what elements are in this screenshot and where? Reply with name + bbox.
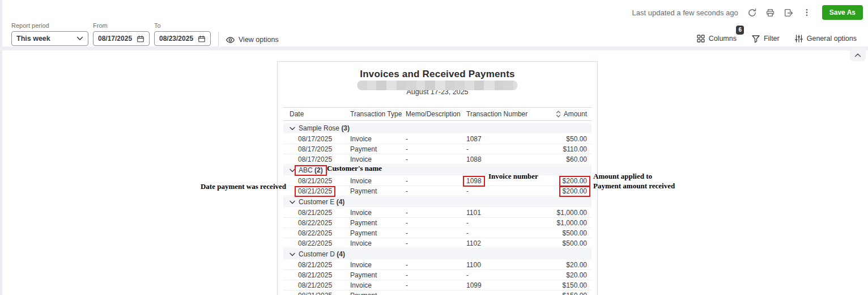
cell-transaction-number: - <box>466 219 554 227</box>
cell-transaction-type: Invoice <box>350 261 406 269</box>
transaction-row[interactable]: 08/21/2025Invoice-1100$20.00 <box>283 260 592 270</box>
cell-transaction-type: Payment <box>350 292 406 295</box>
view-options-label: View options <box>239 36 279 44</box>
group-header-row[interactable]: Sample Rose (3) <box>283 123 592 133</box>
column-header-memo[interactable]: Memo/Description <box>406 110 466 118</box>
report-period-field: Report period This week <box>11 22 88 46</box>
cell-amount: $200.00 <box>554 177 587 185</box>
to-label: To <box>154 22 211 29</box>
annotation-payment-amount: Payment amount received <box>593 182 675 191</box>
columns-count-badge: 6 <box>736 26 744 35</box>
cell-transaction-type: Invoice <box>350 239 406 247</box>
group-header-row[interactable]: Customer D (4) <box>283 249 592 259</box>
transaction-row[interactable]: 08/21/2025Payment--$200.00 <box>283 186 592 196</box>
cell-transaction-number: - <box>466 271 554 279</box>
from-date-box[interactable] <box>93 31 150 46</box>
report-table: Date Transaction Type Memo/Description T… <box>283 107 592 295</box>
cell-memo: - <box>406 145 466 153</box>
cell-transaction-number: - <box>466 292 554 295</box>
chevron-down-icon[interactable] <box>290 200 295 204</box>
export-icon <box>784 8 793 18</box>
columns-grid-icon <box>696 34 705 43</box>
scroll-to-top-button[interactable] <box>850 49 866 61</box>
report-period-select[interactable]: This week <box>11 31 88 46</box>
cell-memo: - <box>406 292 466 295</box>
cell-transaction-type: Invoice <box>350 155 406 163</box>
cell-transaction-type: Payment <box>350 145 406 153</box>
chevron-down-icon[interactable] <box>290 252 295 256</box>
filter-label: Filter <box>764 35 780 43</box>
transaction-row[interactable]: 08/21/2025Invoice-1099$150.00 <box>283 280 592 290</box>
cell-transaction-number: - <box>466 187 554 195</box>
cell-transaction-number: 1087 <box>466 135 554 143</box>
transaction-row[interactable]: 08/22/2025Payment--$1,000.00 <box>283 218 592 228</box>
to-date-input[interactable] <box>159 35 198 43</box>
export-button[interactable] <box>781 5 796 20</box>
chevron-down-icon[interactable] <box>290 127 295 130</box>
sort-icon[interactable] <box>556 110 561 118</box>
column-header-amount[interactable]: Amount <box>554 110 587 118</box>
cell-transaction-type: Payment <box>350 219 406 227</box>
cell-date: 08/21/2025 <box>290 187 350 195</box>
group-name: Customer D (4) <box>299 250 345 258</box>
transaction-row[interactable]: 08/21/2025Payment--$20.00 <box>283 270 592 280</box>
kebab-menu-icon <box>802 8 811 17</box>
cell-date: 08/17/2025 <box>290 135 350 143</box>
refresh-button[interactable] <box>745 5 760 20</box>
report-period-label: Report period <box>11 22 88 29</box>
transaction-row[interactable]: 08/21/2025Invoice-1098$200.00 <box>283 176 592 186</box>
calendar-icon[interactable] <box>137 35 144 43</box>
save-as-button[interactable]: Save As <box>822 5 863 20</box>
cell-memo: - <box>406 187 466 195</box>
toolbar-right: Columns 6 Filter General options <box>696 31 857 46</box>
column-header-type[interactable]: Transaction Type <box>350 110 406 118</box>
cell-amount: $150.00 <box>554 281 587 289</box>
group-header-row[interactable]: Customer E (4) <box>283 197 592 207</box>
cell-memo: - <box>406 281 466 289</box>
report-card: Invoices and Received Payments August 17… <box>277 61 598 295</box>
cell-amount: $60.00 <box>554 155 587 163</box>
cell-memo: - <box>406 219 466 227</box>
topbar: Last updated a few seconds ago Save As <box>0 0 868 25</box>
more-options-button[interactable] <box>799 5 814 20</box>
view-options-button[interactable]: View options <box>225 32 279 47</box>
from-date-input[interactable] <box>98 35 137 43</box>
transaction-row[interactable]: 08/21/2025Payment--$150.00 <box>283 290 592 295</box>
cell-transaction-number: 1099 <box>466 281 554 289</box>
cell-amount: $150.00 <box>554 292 587 295</box>
columns-label: Columns <box>709 35 737 43</box>
cell-transaction-type: Invoice <box>350 177 406 185</box>
sliders-icon <box>794 34 803 43</box>
group-name: Customer E (4) <box>299 198 344 206</box>
calendar-icon[interactable] <box>198 35 206 43</box>
transaction-row[interactable]: 08/22/2025Invoice-1102$500.00 <box>283 238 592 248</box>
filter-funnel-icon <box>751 34 760 43</box>
column-header-date[interactable]: Date <box>290 110 350 118</box>
chevron-up-icon <box>854 53 861 57</box>
cell-transaction-type: Invoice <box>350 135 406 143</box>
last-updated-text: Last updated a few seconds ago <box>632 9 738 17</box>
filter-button[interactable]: Filter <box>751 31 780 46</box>
print-button[interactable] <box>763 5 778 20</box>
column-header-number[interactable]: Transaction Number <box>466 110 554 118</box>
cell-memo: - <box>406 239 466 247</box>
transaction-row[interactable]: 08/21/2025Invoice-1101$1,000.00 <box>283 208 592 218</box>
general-options-button[interactable]: General options <box>794 31 857 46</box>
cell-transaction-type: Payment <box>350 187 406 195</box>
cell-date: 08/21/2025 <box>290 292 350 295</box>
transaction-row[interactable]: 08/17/2025Payment--$110.00 <box>283 144 592 154</box>
cell-transaction-number: 1100 <box>466 261 554 269</box>
toolbar-separator-band <box>0 47 868 50</box>
group-name: ABC (2) <box>295 165 327 176</box>
columns-button[interactable]: Columns 6 <box>696 31 737 46</box>
from-date-field: From <box>93 22 150 46</box>
transaction-row[interactable]: 08/17/2025Invoice-1088$60.00 <box>283 154 592 165</box>
cell-date: 08/21/2025 <box>290 177 350 185</box>
cell-amount: $110.00 <box>554 145 587 153</box>
cell-transaction-type: Payment <box>350 271 406 279</box>
to-date-box[interactable] <box>154 31 211 46</box>
transaction-row[interactable]: 08/17/2025Invoice-1087$50.00 <box>283 134 592 144</box>
cell-transaction-type: Invoice <box>350 209 406 217</box>
cell-memo: - <box>406 177 466 185</box>
transaction-row[interactable]: 08/22/2025Payment--$500.00 <box>283 228 592 238</box>
